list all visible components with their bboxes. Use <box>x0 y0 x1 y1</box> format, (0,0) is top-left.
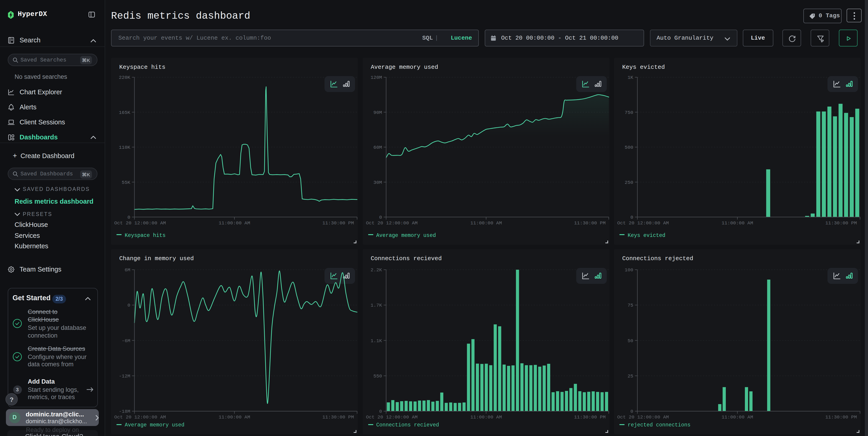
svg-text:-6M: -6M <box>122 338 130 344</box>
svg-text:-18M: -18M <box>119 409 130 414</box>
svg-text:Oct 20 12:00:00 AM: Oct 20 12:00:00 AM <box>366 414 417 420</box>
svg-text:11:30:00 PM: 11:30:00 PM <box>825 220 857 226</box>
svg-text:2.2K: 2.2K <box>370 267 382 273</box>
svg-text:Oct 20 12:00:00 AM: Oct 20 12:00:00 AM <box>617 220 669 226</box>
svg-text:165K: 165K <box>119 110 130 115</box>
svg-text:-12M: -12M <box>119 374 130 379</box>
svg-text:11:00:00 AM: 11:00:00 AM <box>219 220 250 226</box>
svg-text:11:00:00 AM: 11:00:00 AM <box>470 414 502 420</box>
svg-text:11:30:00 PM: 11:30:00 PM <box>322 414 354 420</box>
svg-text:1K: 1K <box>627 75 633 80</box>
svg-text:110K: 110K <box>119 145 130 150</box>
svg-text:100: 100 <box>625 267 633 273</box>
svg-text:11:00:00 AM: 11:00:00 AM <box>722 414 753 420</box>
svg-text:0: 0 <box>379 409 382 414</box>
svg-text:550: 550 <box>373 374 382 379</box>
svg-text:750: 750 <box>625 110 633 115</box>
svg-text:250: 250 <box>625 180 633 185</box>
svg-text:Oct 20 12:00:00 AM: Oct 20 12:00:00 AM <box>617 414 669 420</box>
svg-text:120M: 120M <box>370 75 382 80</box>
svg-text:11:30:00 PM: 11:30:00 PM <box>322 220 354 226</box>
svg-text:0: 0 <box>379 214 382 220</box>
svg-text:25: 25 <box>627 374 633 379</box>
svg-text:75: 75 <box>627 303 633 308</box>
svg-text:0: 0 <box>127 214 130 220</box>
svg-text:11:00:00 AM: 11:00:00 AM <box>722 220 753 226</box>
svg-text:1.1K: 1.1K <box>370 338 382 344</box>
svg-text:0: 0 <box>630 214 633 220</box>
svg-text:Oct 20 12:00:00 AM: Oct 20 12:00:00 AM <box>114 220 166 226</box>
svg-text:11:30:00 PM: 11:30:00 PM <box>574 414 606 420</box>
svg-text:60M: 60M <box>373 145 382 150</box>
svg-text:11:00:00 AM: 11:00:00 AM <box>470 220 502 226</box>
svg-text:6M: 6M <box>124 267 130 273</box>
svg-text:1.7K: 1.7K <box>370 303 382 308</box>
svg-text:220K: 220K <box>119 75 130 80</box>
svg-text:Oct 20 12:00:00 AM: Oct 20 12:00:00 AM <box>366 220 417 226</box>
svg-text:11:30:00 PM: 11:30:00 PM <box>574 220 606 226</box>
svg-text:11:30:00 PM: 11:30:00 PM <box>825 414 857 420</box>
svg-text:0: 0 <box>630 409 633 414</box>
svg-text:55K: 55K <box>122 180 130 185</box>
svg-text:500: 500 <box>625 145 633 150</box>
svg-text:11:00:00 AM: 11:00:00 AM <box>219 414 250 420</box>
svg-text:30M: 30M <box>373 180 382 185</box>
svg-text:Oct 20 12:00:00 AM: Oct 20 12:00:00 AM <box>114 414 166 420</box>
svg-text:90M: 90M <box>373 110 382 115</box>
svg-text:0: 0 <box>127 303 130 308</box>
svg-text:50: 50 <box>627 338 633 344</box>
